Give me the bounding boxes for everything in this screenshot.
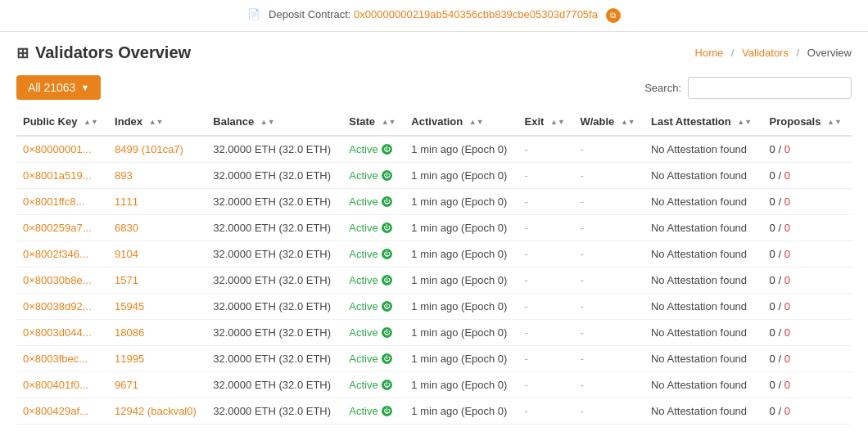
validators-table-wrap: Public Key ▲▼ Index ▲▼ Balance ▲▼ State … [0,108,868,425]
cell-proposals: 0 / 0 [763,294,852,320]
cell-wable: - [573,267,644,294]
index-link[interactable]: 6830 [115,222,138,234]
cell-balance: 32.0000 ETH (32.0 ETH) [206,267,342,294]
breadcrumb: Home / Validators / Overview [695,47,852,59]
search-input[interactable] [688,77,852,99]
table-row: 0×8003fbec... 11995 32.0000 ETH (32.0 ET… [16,346,852,372]
cell-pubkey: 0×800401f0... [16,372,108,398]
status-active-badge: Active [349,169,391,182]
search-row: Search: [644,77,852,99]
cell-state: Active [342,136,405,163]
col-proposals[interactable]: Proposals ▲▼ [763,108,852,136]
table-row: 0×800429af... 12942 (backval0) 32.0000 E… [16,398,852,425]
cell-wable: - [573,372,644,398]
cell-last-attestation: No Attestation found [644,372,763,398]
cell-proposals: 0 / 0 [763,267,852,294]
pubkey-link[interactable]: 0×80000001... [23,143,92,155]
col-wable[interactable]: W/able ▲▼ [573,108,644,136]
all-validators-button[interactable]: All 21063 ▼ [16,75,101,100]
pubkey-link[interactable]: 0×8003fbec... [23,353,88,365]
copy-address-button[interactable]: ⧉ [606,8,621,23]
cell-pubkey: 0×80000001... [16,136,108,163]
page-title: ⊞ Validators Overview [16,43,191,62]
proposals-red: 0 [784,379,790,391]
deposit-contract-label: Deposit Contract: [269,8,350,20]
sort-state-icon: ▲▼ [382,119,396,126]
cell-pubkey: 0×80030b8e... [16,267,108,294]
proposals-red: 0 [784,405,790,417]
cell-proposals: 0 / 0 [763,398,852,425]
index-link[interactable]: 9104 [115,248,138,260]
cell-proposals: 0 / 0 [763,372,852,398]
active-dot-icon [382,275,392,285]
proposals-red: 0 [784,169,790,182]
index-link[interactable]: 893 [115,169,133,182]
index-link[interactable]: 9671 [115,379,138,391]
pubkey-link[interactable]: 0×80030b8e... [23,274,92,286]
pubkey-link[interactable]: 0×8002f346... [23,248,88,260]
index-link[interactable]: 18086 [115,326,144,339]
col-index[interactable]: Index ▲▼ [108,108,206,136]
contract-address-link[interactable]: 0x00000000219ab540356cbb839cbe05303d7705… [354,8,598,20]
breadcrumb-validators[interactable]: Validators [742,47,789,59]
cell-balance: 32.0000 ETH (32.0 ETH) [206,294,342,320]
cell-wable: - [573,136,644,163]
status-active-badge: Active [349,405,391,417]
proposals-red: 0 [784,196,790,208]
cell-wable: - [573,346,644,372]
cell-last-attestation: No Attestation found [644,398,763,425]
pubkey-link[interactable]: 0×8003d044... [23,326,92,339]
table-row: 0×8001ffc8... 1111 32.0000 ETH (32.0 ETH… [16,189,852,215]
proposals-red: 0 [784,143,790,155]
cell-balance: 32.0000 ETH (32.0 ETH) [206,163,342,189]
cell-balance: 32.0000 ETH (32.0 ETH) [206,320,342,346]
cell-last-attestation: No Attestation found [644,241,763,267]
cell-balance: 32.0000 ETH (32.0 ETH) [206,189,342,215]
table-row: 0×80030b8e... 1571 32.0000 ETH (32.0 ETH… [16,267,852,294]
cell-wable: - [573,189,644,215]
breadcrumb-current: Overview [807,47,852,59]
cell-wable: - [573,241,644,267]
cell-last-attestation: No Attestation found [644,215,763,241]
index-link[interactable]: 1111 [115,196,138,208]
index-link[interactable]: 1571 [115,274,138,286]
sort-index-icon: ▲▼ [149,119,164,126]
cell-balance: 32.0000 ETH (32.0 ETH) [206,136,342,163]
status-active-badge: Active [349,143,391,155]
cell-last-attestation: No Attestation found [644,320,763,346]
cell-balance: 32.0000 ETH (32.0 ETH) [206,346,342,372]
index-link[interactable]: 12942 (backval0) [115,405,197,417]
col-last-attestation[interactable]: Last Attestation ▲▼ [644,108,763,136]
col-exit[interactable]: Exit ▲▼ [518,108,574,136]
cell-activation: 1 min ago (Epoch 0) [405,398,518,425]
pubkey-link[interactable]: 0×800429af... [23,405,88,417]
breadcrumb-home[interactable]: Home [695,47,724,59]
cell-last-attestation: No Attestation found [644,346,763,372]
cell-exit: - [518,320,574,346]
pubkey-link[interactable]: 0×80038d92... [23,300,92,312]
index-link[interactable]: 15945 [115,300,144,312]
cell-activation: 1 min ago (Epoch 0) [405,267,518,294]
index-link[interactable]: 11995 [115,353,144,365]
pubkey-link[interactable]: 0×800259a7... [23,222,92,234]
cell-activation: 1 min ago (Epoch 0) [405,372,518,398]
cell-pubkey: 0×8003fbec... [16,346,108,372]
col-state[interactable]: State ▲▼ [342,108,405,136]
col-pubkey[interactable]: Public Key ▲▼ [16,108,108,136]
sort-wable-icon: ▲▼ [621,119,635,126]
cell-wable: - [573,215,644,241]
cell-state: Active [342,163,405,189]
pubkey-link[interactable]: 0×8001ffc8... [23,196,84,208]
pubkey-link[interactable]: 0×8001a519... [23,169,92,182]
active-dot-icon [382,406,392,416]
cell-pubkey: 0×800429af... [16,398,108,425]
active-dot-icon [382,196,392,207]
table-row: 0×800259a7... 6830 32.0000 ETH (32.0 ETH… [16,215,852,241]
col-balance[interactable]: Balance ▲▼ [206,108,342,136]
active-dot-icon [382,327,392,338]
proposals-red: 0 [784,222,790,234]
proposals-red: 0 [784,300,790,312]
index-link[interactable]: 8499 (101ca7) [115,143,183,155]
pubkey-link[interactable]: 0×800401f0... [23,379,88,391]
col-activation[interactable]: Activation ▲▼ [405,108,518,136]
